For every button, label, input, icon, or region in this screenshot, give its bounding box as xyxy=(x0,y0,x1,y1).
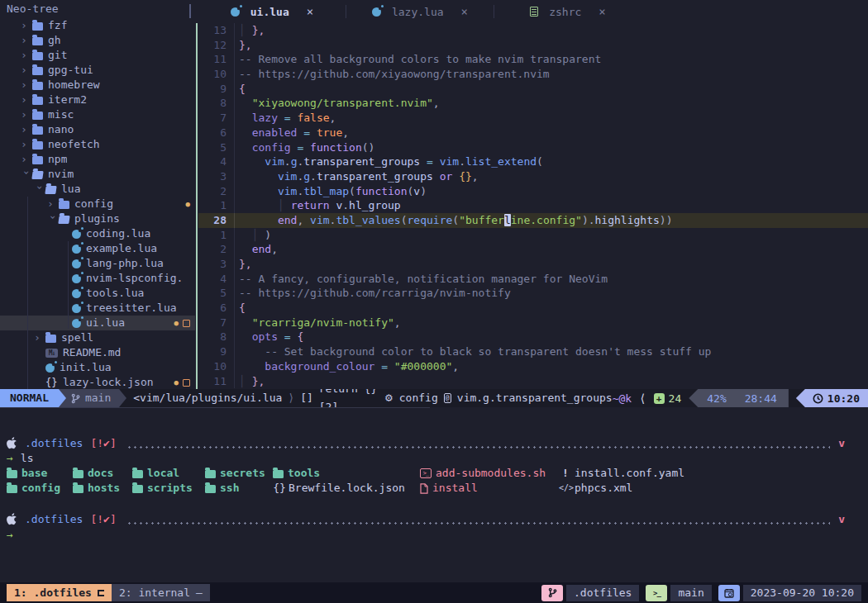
line-number: 11 xyxy=(198,52,227,67)
gear-icon: ⚙ xyxy=(384,389,393,407)
tree-item-nvim-lspconfig-[interactable]: nvim-lspconfig. xyxy=(0,271,195,286)
chevron-right-icon[interactable]: › xyxy=(21,137,32,152)
chevron-right-icon[interactable]: › xyxy=(21,18,32,33)
tree-item-example-lua[interactable]: example.lua xyxy=(0,241,195,256)
tree-item-gh[interactable]: ›gh xyxy=(0,33,195,48)
chevron-right-icon[interactable]: › xyxy=(47,197,59,211)
calendar-clock-icon xyxy=(718,585,740,601)
close-icon[interactable]: × xyxy=(461,5,468,18)
close-icon[interactable]: × xyxy=(307,5,313,18)
tree-item-treesitter-lua[interactable]: treesitter.lua xyxy=(0,301,195,316)
xml-code-icon: </> xyxy=(559,481,572,496)
chevron-right-icon[interactable]: › xyxy=(21,78,32,93)
chevron-right-icon[interactable]: › xyxy=(21,63,32,78)
code-line[interactable]: 9{ xyxy=(198,82,868,97)
code-line[interactable]: 11│ }, xyxy=(198,374,868,389)
tab-lazy-lua[interactable]: lazy.lua× xyxy=(346,0,494,23)
code-line[interactable]: 4 vim.g.transparent_groups = vim.list_ex… xyxy=(198,154,868,169)
code-line[interactable]: 7 "rcarriga/nvim-notify", xyxy=(198,316,868,330)
tab-ui-lua[interactable]: ui.lua× xyxy=(198,0,346,23)
code-line[interactable]: 12}, xyxy=(198,38,868,53)
git-branch-segment: main xyxy=(66,389,119,407)
tree-item-readme-md[interactable]: M↓README.md xyxy=(0,345,195,360)
code-line[interactable]: 2 vim.tbl_map(function(v) xyxy=(198,184,868,199)
code-line[interactable]: 1 │ ) xyxy=(198,228,868,243)
tree-item-init-lua[interactable]: init.lua xyxy=(0,360,195,375)
terminal-pane[interactable]: .dotfiles [!✔] v → ls basedocslocalsecre… xyxy=(0,407,868,582)
tree-item-nvim[interactable]: ›nvim xyxy=(0,167,195,182)
code-line[interactable]: 5-- https://github.com/rcarriga/nvim-not… xyxy=(198,286,868,301)
tree-item-lang-php-lua[interactable]: lang-php.lua xyxy=(0,256,195,271)
plus-icon: + xyxy=(654,393,665,404)
code-line[interactable]: 13│ }, xyxy=(198,23,868,38)
chevron-right-icon[interactable]: › xyxy=(21,93,32,107)
tree-item-homebrew[interactable]: ›homebrew xyxy=(0,78,195,93)
folder-icon xyxy=(32,112,43,120)
chevron-right-icon[interactable]: › xyxy=(21,48,32,63)
prompt-fill-dots xyxy=(126,446,830,449)
code-line[interactable]: 10 background_colour = "#000000", xyxy=(198,359,868,374)
neotree-sidebar[interactable]: Neo-tree ›fzf›gh›git›gpg-tui›homebrew›it… xyxy=(0,0,195,389)
cursor-line[interactable]: → xyxy=(7,528,845,543)
tree-item-coding-lua[interactable]: coding.lua xyxy=(0,226,195,241)
code-line[interactable]: 9 -- Set background color to black so tr… xyxy=(198,344,868,359)
tmux-branch-name: main xyxy=(670,585,711,601)
code-line[interactable]: 28 end, vim.tbl_values(require("bufferli… xyxy=(198,213,868,228)
code-line[interactable]: 6 enabled = true, xyxy=(198,126,868,140)
code-line[interactable]: 7 lazy = false, xyxy=(198,111,868,126)
editor[interactable]: ui.lua×lazy.lua×zshrc× 13│ },12},11-- Re… xyxy=(198,0,868,389)
code-line[interactable]: 2 end, xyxy=(198,242,868,257)
chevron-right-icon[interactable]: › xyxy=(21,152,32,167)
code-line[interactable]: 6{ xyxy=(198,301,868,316)
tmux-window-label: 2: internal xyxy=(119,584,190,601)
breadcrumb-item: return {} [2] xyxy=(319,389,379,407)
last-window-flag: – xyxy=(196,584,203,601)
tab-zshrc[interactable]: zshrc× xyxy=(494,0,641,23)
tmux-session-module: .dotfiles xyxy=(541,585,639,601)
chevron-right-icon[interactable]: › xyxy=(21,122,32,137)
code-line[interactable]: 11-- Remove all background colors to mak… xyxy=(198,52,868,67)
tmux-window-1[interactable]: 1: .dotfiles xyxy=(7,584,112,601)
tree-item-tools-lua[interactable]: tools.lua xyxy=(0,286,195,301)
lua-file-icon xyxy=(231,7,240,17)
code-line[interactable]: 3}, xyxy=(198,257,868,272)
code-line[interactable]: 8 opts = { xyxy=(198,330,868,344)
tree-item-config[interactable]: ›config● xyxy=(0,197,195,211)
tree-item-nano[interactable]: ›nano xyxy=(0,122,195,137)
code-line[interactable]: 3 vim.g.transparent_groups or {}, xyxy=(198,169,868,184)
tree-item-misc[interactable]: ›misc xyxy=(0,107,195,122)
terminal-script-icon: >_ xyxy=(420,468,432,478)
line-number: 3 xyxy=(198,169,227,184)
code-line[interactable]: 10-- https://github.com/xiyaowong/transp… xyxy=(198,67,868,82)
chevron-right-icon[interactable]: › xyxy=(34,330,45,345)
chevron-right-icon[interactable]: › xyxy=(21,33,32,48)
tree-item-git[interactable]: ›git xyxy=(0,48,195,63)
neotree-scrollbar[interactable] xyxy=(189,4,191,18)
code-line[interactable]: 1 │ return v.hl_group xyxy=(198,198,868,213)
tmux-window-2[interactable]: 2: internal – xyxy=(112,584,210,601)
folder-open-icon xyxy=(45,186,56,194)
tree-item-lazy-lock-json[interactable]: {}lazy-lock.json● xyxy=(0,375,195,389)
close-icon[interactable]: × xyxy=(599,5,605,18)
tree-item-iterm2[interactable]: ›iterm2 xyxy=(0,93,195,107)
tree-item-neofetch[interactable]: ›neofetch xyxy=(0,137,195,152)
code-line[interactable]: 5 config = function() xyxy=(198,140,868,155)
line-number: 6 xyxy=(198,126,227,140)
code-line[interactable]: 4-- A fancy, configurable, notification … xyxy=(198,272,868,287)
tree-item-lua[interactable]: ›lua xyxy=(0,182,195,197)
tree-item-spell[interactable]: ›spell xyxy=(0,330,195,345)
scroll-percent: 42% xyxy=(707,392,726,405)
line-number: 8 xyxy=(198,330,227,344)
git-diff-added: + 24 xyxy=(654,392,682,405)
tree-item-plugins[interactable]: ›plugins xyxy=(0,211,195,226)
tree-item-ui-lua[interactable]: ui.lua● xyxy=(0,316,195,330)
tree-item-npm[interactable]: ›npm xyxy=(0,152,195,167)
tree-item-gpg-tui[interactable]: ›gpg-tui xyxy=(0,63,195,78)
chevron-left-icon: ⟨ xyxy=(639,392,646,405)
code-line[interactable]: 8 "xiyaowong/transparent.nvim", xyxy=(198,96,868,111)
git-branch-name: main xyxy=(85,389,111,407)
chevron-right-icon[interactable]: › xyxy=(21,107,32,122)
tree-item-fzf[interactable]: ›fzf xyxy=(0,18,195,33)
code-area[interactable]: 13│ },12},11-- Remove all background col… xyxy=(198,23,868,388)
window-separator[interactable] xyxy=(196,23,198,389)
